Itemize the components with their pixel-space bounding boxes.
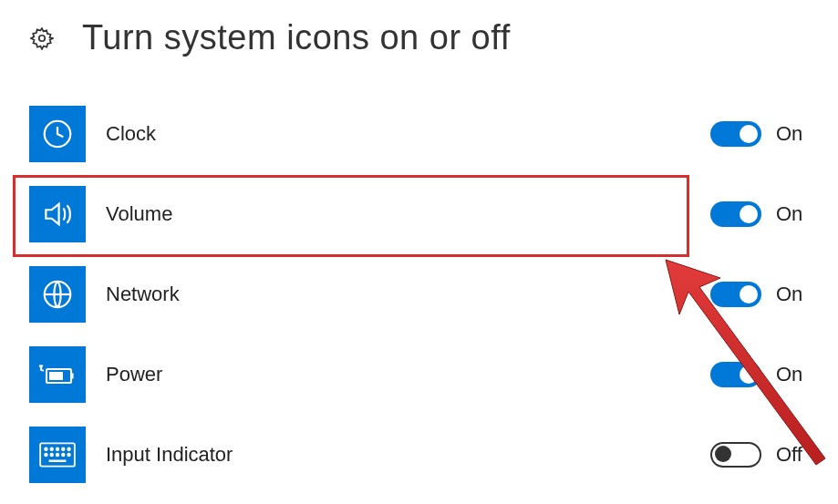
system-icons-list: Clock On Volume On Ne — [0, 57, 838, 495]
svg-point-12 — [50, 454, 53, 457]
svg-point-10 — [67, 447, 70, 450]
toggle-network[interactable] — [710, 282, 761, 307]
label-power: Power — [106, 363, 710, 386]
label-clock: Clock — [106, 122, 710, 146]
toggle-power[interactable] — [710, 362, 761, 387]
svg-point-7 — [50, 447, 53, 450]
svg-point-15 — [67, 454, 70, 457]
page-header: Turn system icons on or off — [0, 0, 838, 57]
label-network: Network — [106, 283, 710, 306]
svg-point-11 — [45, 454, 47, 457]
clock-icon — [29, 106, 86, 162]
toggle-state-volume: On — [776, 202, 802, 226]
toggle-wrap-network: On — [710, 282, 838, 307]
svg-point-13 — [57, 454, 59, 457]
toggle-volume[interactable] — [710, 201, 761, 227]
toggle-state-network: On — [776, 283, 802, 306]
toggle-wrap-power: On — [710, 362, 838, 387]
row-power: Power On — [0, 334, 838, 415]
toggle-clock[interactable] — [710, 121, 761, 147]
toggle-input-indicator[interactable] — [710, 442, 761, 468]
label-input-indicator: Input Indicator — [106, 443, 710, 467]
toggle-state-input-indicator: Off — [776, 443, 802, 467]
page-title: Turn system icons on or off — [82, 18, 511, 57]
svg-point-9 — [62, 447, 65, 450]
svg-rect-4 — [49, 372, 63, 380]
row-input-indicator: Input Indicator Off — [0, 415, 838, 495]
svg-point-0 — [39, 35, 46, 41]
svg-point-14 — [62, 454, 65, 457]
toggle-wrap-volume: On — [710, 201, 838, 227]
gear-icon — [29, 26, 55, 51]
network-icon — [29, 266, 86, 323]
toggle-wrap-input-indicator: Off — [710, 442, 838, 468]
power-icon — [29, 346, 86, 403]
svg-point-6 — [45, 447, 47, 450]
toggle-wrap-clock: On — [710, 121, 838, 147]
svg-point-8 — [57, 447, 59, 450]
row-clock: Clock On — [0, 94, 838, 174]
toggle-state-clock: On — [776, 122, 802, 146]
toggle-state-power: On — [776, 363, 802, 386]
row-network: Network On — [0, 254, 838, 334]
label-volume: Volume — [106, 202, 710, 226]
row-volume: Volume On — [0, 174, 838, 254]
keyboard-icon — [29, 427, 86, 483]
volume-icon — [29, 186, 86, 242]
svg-rect-16 — [49, 460, 67, 463]
